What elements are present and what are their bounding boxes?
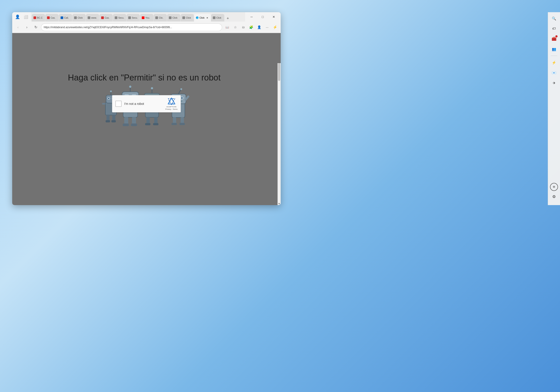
- sidebar-edge-icon[interactable]: ⚡: [550, 58, 559, 67]
- tab-4[interactable]: Click: [72, 14, 86, 21]
- tab-bar: BC.C Cas. Cali. Click www.: [31, 12, 245, 21]
- svg-rect-25: [124, 117, 128, 124]
- tab-2[interactable]: Cas.: [45, 14, 59, 21]
- edge-right-sidebar: 🔍 🏷 🧰 👥 ⚡ 📧 ✈ + ⚙: [548, 12, 560, 205]
- tab-8-favicon: [128, 16, 131, 19]
- tab-8[interactable]: Secu.: [127, 14, 140, 21]
- tab-4-label: Click: [78, 16, 83, 19]
- scroll-down-arrow[interactable]: ▼: [278, 202, 281, 205]
- close-button[interactable]: ✕: [269, 13, 279, 20]
- recaptcha-logo-area: reCAPTCHA Privacy - Terms: [165, 97, 178, 110]
- tab-2-label: Cas.: [50, 16, 55, 19]
- sidebar-search-icon[interactable]: 🔍: [550, 14, 559, 23]
- restore-button[interactable]: □: [258, 13, 268, 20]
- refresh-button[interactable]: ↻: [32, 24, 39, 31]
- svg-rect-10: [107, 115, 110, 121]
- svg-rect-40: [154, 117, 158, 124]
- sidebar-settings-icon[interactable]: ⚙: [550, 192, 559, 201]
- tab-10[interactable]: Clic.: [153, 14, 167, 21]
- tab-3-label: Cali.: [64, 16, 69, 19]
- tab-2-favicon: [47, 16, 50, 19]
- address-bar-icons: 📖 ☆ 🗂 🧩 👤 ··· ⚡: [224, 24, 279, 31]
- tab-8-label: Secu.: [132, 16, 138, 19]
- title-bar: 👤 ⬜ BC.C Cas. Cali. Click: [12, 12, 281, 21]
- window-controls: ─ □ ✕: [247, 13, 279, 20]
- favorites-button[interactable]: ☆: [232, 24, 239, 31]
- tab-1[interactable]: BC.C: [32, 14, 45, 21]
- minimize-button[interactable]: ─: [247, 13, 257, 20]
- tab-3-favicon: [60, 16, 63, 19]
- collections-button[interactable]: 🗂: [240, 24, 247, 31]
- new-tab-button[interactable]: +: [225, 15, 231, 21]
- svg-rect-13: [111, 120, 116, 122]
- svg-rect-55: [180, 117, 184, 124]
- browser-window: 👤 ⬜ BC.C Cas. Cali. Click: [12, 12, 281, 205]
- sidebar-separator: [551, 56, 557, 56]
- scroll-thumb[interactable]: [278, 63, 280, 81]
- tab-7-favicon: [115, 16, 117, 19]
- recaptcha-label: I'm not a robot: [124, 102, 163, 106]
- notification-dot: [555, 35, 558, 38]
- profile-sidebar-button[interactable]: 👤: [256, 24, 262, 31]
- tab-6-favicon: [101, 16, 104, 19]
- tab-12-label: Click: [186, 16, 191, 19]
- tab-5-label: www.: [91, 16, 97, 19]
- tab-6[interactable]: Cas.: [100, 14, 113, 21]
- svg-point-7: [110, 90, 112, 92]
- tab-11[interactable]: Click: [167, 14, 180, 21]
- tab-14-favicon: [213, 16, 215, 19]
- tab-5[interactable]: www.: [86, 14, 99, 21]
- recaptcha-brand: reCAPTCHA: [166, 106, 176, 108]
- tab-12[interactable]: Click: [180, 14, 194, 21]
- tab-13-label: Click: [200, 16, 205, 19]
- svg-line-50: [178, 89, 181, 94]
- svg-point-4: [108, 98, 109, 99]
- profile-btn[interactable]: 👤: [14, 13, 21, 20]
- tab-13-close[interactable]: ✕: [205, 16, 209, 20]
- sidebar-toolkit-icon[interactable]: 🧰: [550, 34, 559, 43]
- recaptcha-checkbox[interactable]: [115, 101, 121, 107]
- recaptcha-terms-link[interactable]: Terms: [173, 108, 178, 110]
- extensions-button[interactable]: 🧩: [248, 24, 254, 31]
- recaptcha-privacy-link[interactable]: Privacy: [165, 108, 171, 110]
- tab-11-favicon: [169, 16, 171, 19]
- tab-9-favicon: [142, 16, 144, 19]
- svg-rect-27: [123, 124, 129, 126]
- sidebar-add-button[interactable]: +: [550, 183, 558, 191]
- read-view-button[interactable]: 📖: [224, 24, 230, 31]
- svg-point-48: [181, 97, 183, 99]
- tab-menu-btn[interactable]: ⬜: [22, 13, 30, 20]
- tab-14-label: Click: [216, 16, 221, 19]
- tab-11-label: Click: [172, 16, 178, 19]
- svg-rect-12: [106, 120, 110, 122]
- svg-rect-41: [145, 123, 150, 125]
- sidebar-people-icon[interactable]: 👥: [550, 45, 559, 53]
- svg-point-22: [129, 86, 131, 88]
- address-input[interactable]: [41, 23, 222, 31]
- sidebar-tag-icon[interactable]: 🏷: [550, 24, 559, 33]
- recaptcha-widget[interactable]: I'm not a robot reCAPTCHA Privacy - Term…: [112, 95, 181, 112]
- tab-3[interactable]: Cali.: [59, 14, 72, 21]
- tab-13-active[interactable]: Click ✕: [194, 14, 211, 21]
- tab-6-label: Cas.: [105, 16, 110, 19]
- edge-button[interactable]: ⚡: [272, 24, 279, 31]
- tab-1-label: BC.C: [37, 16, 43, 19]
- tab-4-favicon: [74, 16, 77, 19]
- sidebar-outlook-icon[interactable]: 📧: [550, 68, 559, 77]
- svg-rect-56: [171, 123, 177, 125]
- sidebar-teams-icon[interactable]: ✈: [550, 78, 559, 87]
- tab-14[interactable]: Click: [211, 14, 224, 21]
- tab-5-favicon: [88, 16, 90, 19]
- recaptcha-logo-icon: [168, 97, 176, 105]
- tab-9-label: You.: [145, 16, 150, 19]
- more-button[interactable]: ···: [264, 24, 270, 31]
- tab-9[interactable]: You.: [140, 14, 153, 21]
- forward-button[interactable]: ›: [23, 24, 30, 31]
- svg-point-36: [151, 87, 153, 89]
- tab-13-favicon: [196, 16, 199, 19]
- tab-7[interactable]: Secu.: [113, 14, 126, 21]
- browser-content: Haga click en "Permitir" si no es un rob…: [12, 33, 281, 205]
- tab-1-favicon: [33, 16, 36, 19]
- recaptcha-links: Privacy - Terms: [165, 108, 178, 110]
- back-button[interactable]: ‹: [14, 24, 21, 31]
